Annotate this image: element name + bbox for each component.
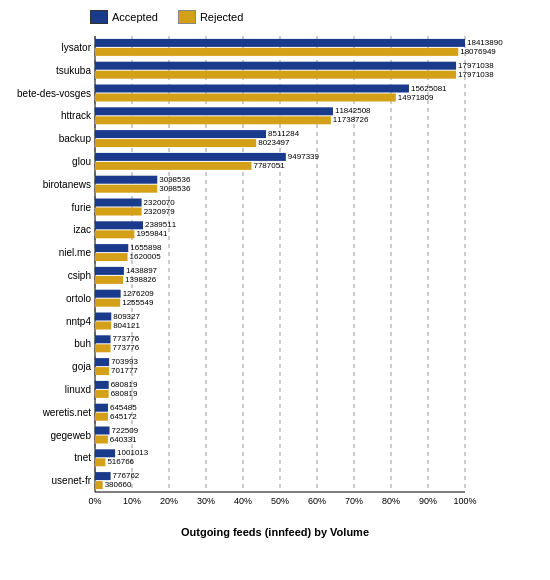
- svg-text:60%: 60%: [308, 496, 326, 506]
- svg-text:1001013: 1001013: [117, 448, 149, 457]
- svg-rect-80: [95, 335, 111, 343]
- svg-text:80%: 80%: [382, 496, 400, 506]
- svg-text:680819: 680819: [111, 389, 138, 398]
- svg-rect-51: [95, 208, 142, 216]
- svg-rect-25: [95, 85, 409, 93]
- svg-text:httrack: httrack: [61, 110, 92, 121]
- svg-rect-86: [95, 367, 109, 375]
- svg-rect-31: [95, 116, 331, 124]
- svg-text:701777: 701777: [111, 366, 138, 375]
- svg-text:14971809: 14971809: [398, 93, 434, 102]
- legend-rejected-label: Rejected: [200, 11, 243, 23]
- svg-text:gegeweb: gegeweb: [50, 430, 91, 441]
- svg-rect-20: [95, 62, 456, 70]
- svg-text:804121: 804121: [113, 321, 140, 330]
- svg-text:773776: 773776: [113, 334, 140, 343]
- x-axis-title: Outgoing feeds (innfeed) by Volume: [10, 526, 540, 538]
- svg-text:516766: 516766: [107, 457, 134, 466]
- svg-rect-60: [95, 244, 128, 252]
- svg-rect-101: [95, 436, 108, 444]
- svg-text:goja: goja: [72, 361, 91, 372]
- svg-text:640331: 640331: [110, 435, 137, 444]
- svg-text:645485: 645485: [110, 403, 137, 412]
- svg-text:ortolo: ortolo: [66, 293, 91, 304]
- svg-text:1959841: 1959841: [136, 229, 168, 238]
- svg-text:9497339: 9497339: [288, 152, 320, 161]
- svg-rect-71: [95, 299, 120, 307]
- svg-text:linuxd: linuxd: [65, 384, 91, 395]
- svg-rect-45: [95, 176, 157, 184]
- svg-rect-70: [95, 290, 121, 298]
- svg-rect-110: [95, 472, 111, 480]
- svg-rect-85: [95, 358, 109, 366]
- svg-rect-26: [95, 94, 396, 102]
- svg-rect-56: [95, 230, 134, 238]
- svg-text:buh: buh: [74, 338, 91, 349]
- svg-text:lysator: lysator: [62, 42, 92, 53]
- svg-rect-16: [95, 48, 458, 56]
- svg-rect-76: [95, 322, 111, 330]
- svg-rect-90: [95, 381, 109, 389]
- svg-rect-61: [95, 253, 128, 261]
- svg-text:10%: 10%: [123, 496, 141, 506]
- svg-rect-91: [95, 390, 109, 398]
- chart-svg: lysator1841389018076949tsukuba1797103817…: [10, 32, 540, 522]
- svg-text:773776: 773776: [113, 343, 140, 352]
- svg-text:2320070: 2320070: [144, 198, 176, 207]
- svg-text:18413890: 18413890: [467, 38, 503, 47]
- svg-text:1438897: 1438897: [126, 266, 158, 275]
- svg-rect-111: [95, 481, 103, 489]
- svg-rect-100: [95, 427, 110, 435]
- svg-rect-95: [95, 404, 108, 412]
- svg-text:tnet: tnet: [74, 452, 91, 463]
- svg-text:1655898: 1655898: [130, 243, 162, 252]
- svg-rect-75: [95, 313, 111, 321]
- svg-text:backup: backup: [59, 133, 92, 144]
- svg-text:722509: 722509: [112, 426, 139, 435]
- svg-text:furie: furie: [72, 202, 92, 213]
- svg-text:3098536: 3098536: [159, 184, 191, 193]
- svg-text:weretis.net: weretis.net: [42, 407, 92, 418]
- svg-text:380660: 380660: [105, 480, 132, 489]
- svg-text:17971038: 17971038: [458, 70, 494, 79]
- svg-text:1398826: 1398826: [125, 275, 157, 284]
- svg-text:680819: 680819: [111, 380, 138, 389]
- svg-text:csiph: csiph: [68, 270, 91, 281]
- svg-text:776762: 776762: [113, 471, 140, 480]
- svg-text:15625081: 15625081: [411, 84, 447, 93]
- svg-text:30%: 30%: [197, 496, 215, 506]
- svg-rect-96: [95, 413, 108, 421]
- svg-text:tsukuba: tsukuba: [56, 65, 91, 76]
- svg-text:90%: 90%: [419, 496, 437, 506]
- svg-rect-105: [95, 449, 115, 457]
- svg-text:1255549: 1255549: [122, 298, 154, 307]
- legend-rejected-box: [178, 10, 196, 24]
- svg-text:birotanews: birotanews: [43, 179, 91, 190]
- legend: Accepted Rejected: [10, 10, 540, 24]
- legend-accepted-label: Accepted: [112, 11, 158, 23]
- svg-rect-55: [95, 221, 143, 229]
- svg-text:645172: 645172: [110, 412, 137, 421]
- svg-text:niel.me: niel.me: [59, 247, 92, 258]
- svg-rect-81: [95, 344, 111, 352]
- svg-rect-35: [95, 130, 266, 138]
- svg-text:1620005: 1620005: [130, 252, 162, 261]
- svg-text:11842508: 11842508: [335, 106, 371, 115]
- svg-text:809327: 809327: [113, 312, 140, 321]
- svg-rect-15: [95, 39, 465, 47]
- svg-rect-46: [95, 185, 157, 193]
- svg-text:nntp4: nntp4: [66, 316, 91, 327]
- svg-text:0%: 0%: [88, 496, 101, 506]
- svg-rect-30: [95, 107, 333, 115]
- svg-text:20%: 20%: [160, 496, 178, 506]
- svg-rect-65: [95, 267, 124, 275]
- svg-text:11738726: 11738726: [333, 115, 369, 124]
- svg-text:2320979: 2320979: [144, 207, 176, 216]
- svg-rect-66: [95, 276, 123, 284]
- svg-rect-106: [95, 458, 105, 466]
- svg-text:bete-des-vosges: bete-des-vosges: [17, 88, 91, 99]
- legend-accepted: Accepted: [90, 10, 158, 24]
- svg-text:8023497: 8023497: [258, 138, 290, 147]
- svg-text:18076949: 18076949: [460, 47, 496, 56]
- svg-text:glou: glou: [72, 156, 91, 167]
